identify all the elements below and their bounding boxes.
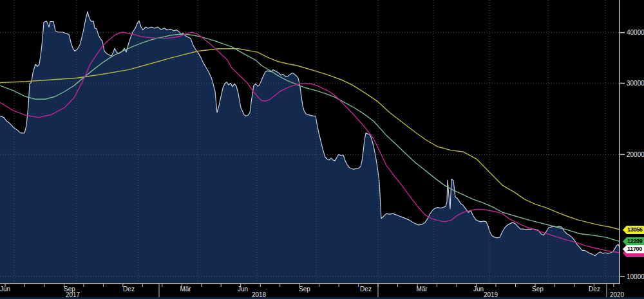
last-badge-sma100: 12209	[623, 237, 644, 246]
x-month-label: Dez	[123, 285, 135, 293]
price-chart-plot-area[interactable]: 40000300002000010000JunSepDezMärJunSepDe…	[0, 0, 644, 299]
chart-window: 40000300002000010000JunSepDezMärJunSepDe…	[0, 0, 644, 299]
x-month-label: Jun	[238, 285, 248, 293]
x-month-label: Mär	[416, 285, 428, 293]
x-month-label: Jun	[473, 285, 484, 293]
y-tick-label: 10000	[627, 273, 644, 280]
last-badge-sma200: 13056	[623, 226, 644, 234]
x-month-label: Dez	[360, 285, 372, 293]
y-tick-label: 20000	[627, 151, 644, 158]
x-month-label: Dez	[589, 285, 600, 293]
last-badge-price: 11700	[623, 245, 644, 253]
x-month-label: Mär	[180, 285, 191, 293]
x-month-label: Jun	[0, 285, 10, 293]
x-month-label: Sep	[299, 285, 310, 293]
y-tick-label: 30000	[627, 80, 644, 87]
price-area-series	[0, 12, 620, 284]
y-tick-label: 40000	[627, 29, 644, 36]
x-month-label: Sep	[532, 285, 544, 293]
